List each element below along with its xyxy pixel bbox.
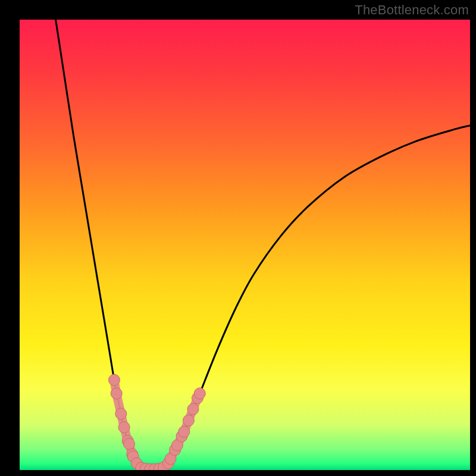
data-marker	[115, 408, 127, 419]
plot-area	[20, 20, 470, 470]
data-marker	[108, 374, 120, 386]
data-marker	[194, 388, 205, 399]
data-marker	[187, 403, 199, 415]
gradient-background	[20, 20, 470, 470]
data-marker	[178, 426, 190, 437]
data-marker	[183, 415, 194, 426]
data-marker	[111, 388, 122, 399]
data-marker	[118, 422, 130, 433]
outer-frame: TheBottleneck.com	[0, 0, 476, 476]
watermark-text: TheBottleneck.com	[355, 2, 469, 18]
chart-svg	[20, 20, 470, 470]
data-marker	[123, 439, 134, 450]
